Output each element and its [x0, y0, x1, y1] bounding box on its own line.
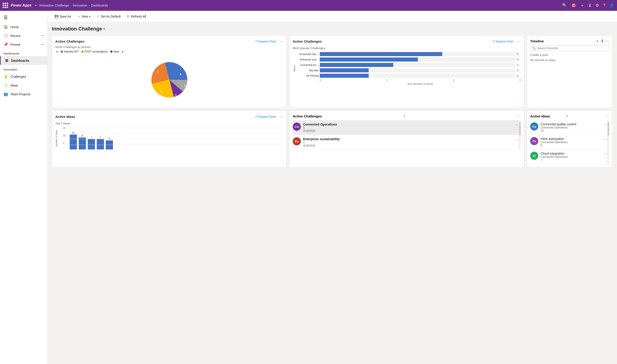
idea-item-2[interactable]: Cl Cloud integration Connected Operation…	[530, 149, 607, 164]
ytick-15: 15	[63, 127, 65, 129]
ideas-list-menu[interactable]: ⋯	[605, 114, 609, 118]
help-icon[interactable]: ?	[603, 3, 605, 8]
save-as-label: Save As	[60, 15, 71, 18]
waffle-icon[interactable]	[3, 3, 8, 8]
bar-subtitle: Most popular Challenges	[293, 46, 521, 50]
new-button[interactable]: ＋ New ▾	[75, 13, 93, 20]
user-icon[interactable]: 👤	[609, 3, 614, 8]
idea-num-1: 8	[541, 144, 602, 147]
save-as-icon: 💾	[54, 15, 58, 18]
idea-content-1: Fleet automation Connected Operations 8	[541, 137, 602, 147]
challenge-menu-1[interactable]: ⋯	[515, 137, 519, 142]
timeline-more-icon[interactable]: ⋯	[605, 39, 609, 43]
breadcrumb-innov[interactable]: Innovation	[73, 4, 87, 7]
ideas-icon: ✨	[4, 83, 8, 88]
sidebar-label-challenges: Challenges	[10, 75, 26, 78]
search-icon[interactable]: 🔍	[562, 3, 567, 8]
avatar-co: CO	[293, 123, 301, 131]
vchart-bar-2: 7	[88, 136, 95, 149]
challenges-scrollbar[interactable]	[519, 120, 521, 150]
bar-fill-1	[320, 57, 418, 62]
breadcrumb-sep1: ›	[70, 4, 71, 7]
challenges-list-menu[interactable]: ⋯	[517, 114, 521, 118]
top-nav-icons: 🔍 🎯 ＋ ⊻ ⚙ ? 👤	[562, 3, 614, 8]
ideas-scroll-thumb	[608, 122, 609, 135]
idea-item-0[interactable]: Cq Connected quality control Connected O…	[530, 120, 607, 135]
sidebar-item-challenges[interactable]: 💡 Challenges	[0, 72, 47, 81]
card-menu-pie[interactable]: ⋯	[279, 39, 283, 44]
sidebar-item-pinned[interactable]: 📌 Pinned ▾	[0, 40, 47, 49]
idea-content-0: Connected quality control Connected Oper…	[541, 122, 602, 132]
sidebar-item-recent[interactable]: 🕐 Recent ▾	[0, 31, 47, 40]
expand-chart-ideas[interactable]: ↗ Expand Chart	[255, 115, 276, 118]
dashboard-title-chevron[interactable]: ▾	[103, 27, 105, 31]
pie-next[interactable]: ►	[121, 50, 124, 53]
timeline-filter-icon[interactable]: ⊻	[601, 39, 604, 43]
breadcrumb-app[interactable]: Innovation Challenge	[39, 4, 69, 7]
pie-prev[interactable]: ◄	[55, 50, 58, 53]
idea-menu-1[interactable]: ⋯	[604, 137, 607, 141]
idea-title-2: Cloud integration	[541, 152, 602, 155]
breadcrumb: Innovation Challenge › Innovation › Dash…	[39, 4, 108, 7]
legend-dot-iot	[61, 51, 63, 53]
challenge-count-1: 4	[303, 141, 513, 144]
challenge-date-1: 4/16/2018	[303, 144, 513, 147]
challenge-menu-0[interactable]: ⋯	[515, 123, 519, 127]
idea-sub-0: Connected Operations	[541, 126, 602, 129]
legend-label-new: New	[113, 50, 119, 53]
bar-val-4: 2	[517, 74, 521, 77]
save-as-button[interactable]: 💾 Save As	[52, 13, 74, 20]
sidebar-item-home[interactable]: 🏠 Home	[0, 23, 47, 31]
section-dashboards: Dashboards	[0, 49, 47, 56]
card-menu-ideas[interactable]: ⋯	[279, 114, 283, 119]
idea-item-1[interactable]: Fa Fleet automation Connected Operations…	[530, 135, 607, 149]
sidebar-toggle[interactable]: ☰	[0, 13, 47, 23]
challenges-list-chevron[interactable]: ▾	[404, 115, 405, 118]
target-icon[interactable]: 🎯	[571, 3, 576, 8]
challenge-item-0[interactable]: CO Connected Operations 5 3/12/2018 ⋯	[293, 120, 519, 135]
avatar-cl: Cl	[530, 152, 538, 160]
dashboard-area: Innovation Challenge ▾ Active Challenges…	[47, 22, 617, 364]
timeline-search[interactable]: 🔍	[530, 45, 609, 51]
pie-label-3: 3	[179, 73, 181, 76]
sidebar-label-ideas: Ideas	[10, 84, 18, 87]
ideas-scrollbar[interactable]	[607, 120, 609, 164]
timeline-add-icon[interactable]: ＋	[596, 39, 599, 43]
expand-chart-bar[interactable]: ↗ Expand Chart	[492, 40, 514, 43]
legend-new: New	[110, 50, 119, 53]
timeline-icons: ＋ ⊻ ⋯	[596, 39, 609, 43]
breadcrumb-dash[interactable]: Dashboards	[91, 4, 108, 7]
bar-y-label: Name	[293, 65, 296, 72]
challenges-scroll-thumb	[519, 122, 521, 135]
legend-it-ot: IT/OT convergence	[81, 50, 108, 53]
create-post[interactable]: Create a post	[530, 53, 609, 57]
bar-label-1: Enterprise sust...	[296, 58, 318, 61]
set-default-button[interactable]: ✓ Set As Default	[94, 13, 123, 20]
sidebar-item-team-projects[interactable]: 👥 Team Projects	[0, 90, 47, 99]
pie-label-1a: 1	[175, 93, 176, 97]
sidebar-label-recent: Recent	[10, 34, 20, 38]
refresh-button[interactable]: ↻ Refresh All	[124, 13, 149, 20]
sidebar-item-dashboards[interactable]: ⊞ Dashboards	[0, 56, 47, 65]
add-icon[interactable]: ＋	[580, 3, 584, 8]
idea-menu-0[interactable]: ⋯	[604, 122, 607, 127]
timeline-search-icon: 🔍	[532, 46, 536, 50]
breadcrumb-sep2: ›	[89, 4, 90, 7]
vchart: Top 5 Ideas Number of Votes 15 10 5	[55, 121, 283, 150]
filter-icon[interactable]: ⊻	[588, 3, 591, 8]
idea-menu-2[interactable]: ⋯	[604, 152, 607, 156]
brand-label[interactable]: Power Apps	[11, 3, 32, 7]
card-menu-bar[interactable]: ⋯	[517, 39, 521, 44]
ideas-list-chevron[interactable]: ▾	[566, 115, 568, 118]
vchart-bar-label-3: 7	[100, 136, 101, 139]
settings-icon[interactable]: ⚙	[595, 3, 599, 8]
timeline-search-input[interactable]	[537, 46, 607, 50]
expand-chart-pie[interactable]: ↗ Expand Chart	[255, 40, 276, 43]
card-active-ideas: Active Ideas ↗ Expand Chart ⋯ Top 5 Idea…	[52, 111, 287, 168]
pie-chart-container: 3 2 2 1 1	[55, 55, 283, 104]
sidebar-item-ideas[interactable]: ✨ Ideas	[0, 81, 47, 90]
challenge-item-1[interactable]: Es Enterprise sustainability 4 4/16/2018…	[293, 135, 519, 150]
brand-chevron[interactable]: ▾	[35, 4, 37, 7]
timeline-empty: No records to show.	[530, 58, 609, 62]
axis-5: 5	[453, 79, 454, 82]
